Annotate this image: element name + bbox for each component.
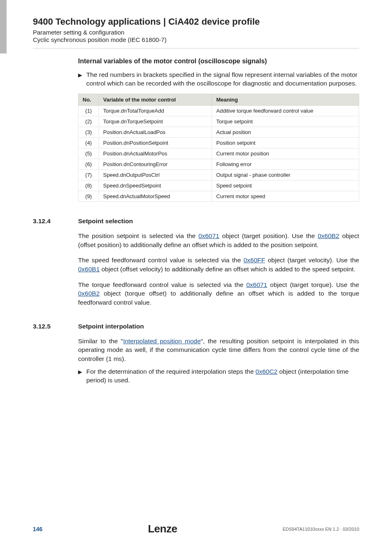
cell-var: Torque.dnTorqueSetpoint	[99, 116, 212, 127]
section-title: Setpoint selection	[78, 217, 133, 225]
table-row: (6)Position.dnContouringErrorFollowing e…	[78, 159, 359, 169]
bullet-row: ▶ For the determination of the required …	[78, 368, 359, 385]
link-0x6071[interactable]: 0x6071	[198, 232, 219, 239]
bullet-text: The red numbers in brackets specified in…	[86, 71, 359, 88]
table-row: (3)Position.dnActualLoadPosActual positi…	[78, 127, 359, 137]
text: The torque feedforward control value is …	[78, 281, 246, 288]
text: object (torque offset) to additionally d…	[78, 290, 359, 306]
para-3125-1: Similar to the "Interpolated position mo…	[78, 337, 359, 363]
cell-no: (9)	[78, 191, 99, 201]
cell-meaning: Speed setpoint	[212, 180, 359, 191]
cell-var: Torque.dnTotalTorqueAdd	[99, 105, 212, 116]
section-number: 3.12.4	[33, 217, 78, 225]
table-row: (8)Speed.dnSpeedSetpointSpeed setpoint	[78, 180, 359, 191]
cell-no: (1)	[78, 105, 99, 116]
text: The speed feedforward control value is s…	[78, 257, 244, 264]
cell-var: Speed.dnSpeedSetpoint	[99, 180, 212, 191]
cell-var: Position.dnActualLoadPos	[99, 127, 212, 137]
text: Similar to the "	[78, 338, 123, 345]
table-row: (5)Position.dnActualMotorPosCurrent moto…	[78, 148, 359, 159]
cell-no: (2)	[78, 116, 99, 127]
cell-meaning: Current motor position	[212, 148, 359, 159]
text: object (target position). Use the	[219, 232, 318, 239]
cell-no: (8)	[78, 180, 99, 191]
cell-var: Position.dnActualMotorPos	[99, 148, 212, 159]
cell-meaning: Output signal - phase controller	[212, 169, 359, 180]
bullet-triangle-icon: ▶	[78, 71, 86, 88]
page: 9400 Technology applications | CiA402 de…	[0, 0, 392, 555]
link-0x6071-b[interactable]: 0x6071	[246, 281, 267, 288]
doc-subsection: Cyclic synchronous position mode (IEC 61…	[33, 36, 359, 43]
cell-meaning: Torque setpoint	[212, 116, 359, 127]
cell-var: Speed.dnActualMotorSpeed	[99, 191, 212, 201]
text: object (offset velocity) to additionally…	[100, 266, 355, 273]
brand-logo: Lenze	[148, 523, 177, 535]
cell-meaning: Actual position	[212, 127, 359, 137]
link-0x60C2[interactable]: 0x60C2	[256, 368, 277, 375]
section-number: 3.12.5	[33, 323, 78, 330]
bullet-triangle-icon: ▶	[78, 368, 86, 385]
content-area: Internal variables of the motor control …	[0, 49, 392, 385]
col-no: No.	[78, 94, 99, 105]
table-body: (1)Torque.dnTotalTorqueAddAdditive torqu…	[78, 105, 359, 201]
doc-title: 9400 Technology applications | CiA402 de…	[33, 16, 359, 27]
table-row: (2)Torque.dnTorqueSetpointTorque setpoin…	[78, 116, 359, 127]
table-row: (7)Speed.dnOutputPosCtrlOutput signal - …	[78, 169, 359, 180]
table-header-row: No. Variable of the motor control Meanin…	[78, 94, 359, 105]
col-var: Variable of the motor control	[99, 94, 212, 105]
cell-meaning: Position setpoint	[212, 137, 359, 148]
cell-var: Position.dnContouringError	[99, 159, 212, 169]
cell-meaning: Following error	[212, 159, 359, 169]
variables-table: No. Variable of the motor control Meanin…	[78, 94, 359, 202]
table-row: (4)Position.dnPositionSetpointPosition s…	[78, 137, 359, 148]
section-title: Setpoint interpolation	[78, 323, 144, 330]
text: The position setpoint is selected via th…	[78, 232, 198, 239]
link-interpolated-mode[interactable]: Interpolated position mode	[123, 338, 201, 345]
vars-heading: Internal variables of the motor control …	[78, 58, 359, 65]
doc-reference: EDS94TA11010xxxx EN 1.2 · 03/2010	[283, 527, 359, 532]
cell-meaning: Current motor speed	[212, 191, 359, 201]
table-row: (1)Torque.dnTotalTorqueAddAdditive torqu…	[78, 105, 359, 116]
cell-no: (7)	[78, 169, 99, 180]
bullet-row: ▶ The red numbers in brackets specified …	[78, 71, 359, 88]
para-3124-2: The speed feedforward control value is s…	[78, 256, 359, 273]
col-meaning: Meaning	[212, 94, 359, 105]
bullet-text: For the determination of the required in…	[86, 368, 359, 385]
para-3124-3: The torque feedforward control value is …	[78, 280, 359, 307]
cell-var: Position.dnPositionSetpoint	[99, 137, 212, 148]
section-3125-header: 3.12.5 Setpoint interpolation	[33, 323, 359, 330]
cell-no: (3)	[78, 127, 99, 137]
doc-section: Parameter setting & configuration	[33, 29, 359, 36]
cell-no: (5)	[78, 148, 99, 159]
cell-no: (4)	[78, 137, 99, 148]
page-footer: 146 Lenze EDS94TA11010xxxx EN 1.2 · 03/2…	[33, 523, 359, 535]
link-0x60B2-b[interactable]: 0x60B2	[78, 290, 100, 297]
cell-meaning: Additive torque feedforward control valu…	[212, 105, 359, 116]
section-3124-header: 3.12.4 Setpoint selection	[33, 217, 359, 225]
para-3124-1: The position setpoint is selected via th…	[78, 231, 359, 249]
text: object (target velocity). Use the	[265, 257, 359, 264]
page-header: 9400 Technology applications | CiA402 de…	[0, 0, 392, 49]
cell-var: Speed.dnOutputPosCtrl	[99, 169, 212, 180]
text: For the determination of the required in…	[86, 368, 256, 375]
link-0x60FF[interactable]: 0x60FF	[244, 257, 265, 264]
text: object (target torque). Use the	[267, 281, 359, 288]
left-margin-bar	[0, 0, 7, 53]
link-0x60B1[interactable]: 0x60B1	[78, 266, 100, 273]
cell-no: (6)	[78, 159, 99, 169]
page-number: 146	[33, 526, 42, 532]
link-0x60B2[interactable]: 0x60B2	[318, 232, 339, 239]
table-row: (9)Speed.dnActualMotorSpeedCurrent motor…	[78, 191, 359, 201]
